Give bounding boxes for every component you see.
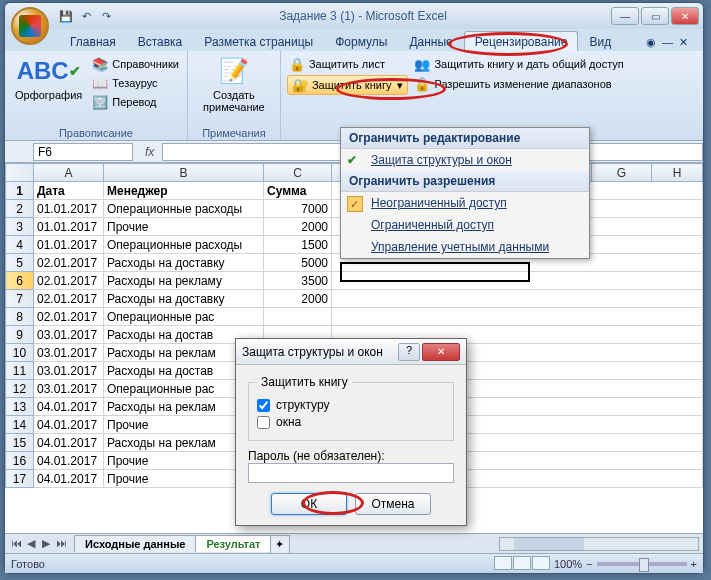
office-button[interactable] bbox=[11, 7, 49, 45]
unrestricted-access-item[interactable]: Неограниченный доступ bbox=[341, 192, 589, 214]
help-icon[interactable]: ◉ bbox=[646, 36, 656, 49]
cell[interactable]: Операционные расходы bbox=[104, 236, 264, 254]
tab-formulas[interactable]: Формулы bbox=[324, 31, 398, 51]
row-header[interactable]: 5 bbox=[6, 254, 34, 272]
tab-page-layout[interactable]: Разметка страницы bbox=[193, 31, 324, 51]
tab-insert[interactable]: Вставка bbox=[127, 31, 194, 51]
cell[interactable]: 04.01.2017 bbox=[34, 398, 104, 416]
protect-structure-item[interactable]: Защита структуры и окон bbox=[341, 149, 589, 171]
cell[interactable]: 02.01.2017 bbox=[34, 254, 104, 272]
cell[interactable]: 01.01.2017 bbox=[34, 236, 104, 254]
manage-credentials-item[interactable]: Управление учетными данными bbox=[341, 236, 589, 258]
windows-checkbox-label[interactable]: окна bbox=[257, 415, 445, 429]
sheet-tab-active[interactable]: Результат bbox=[195, 535, 271, 552]
cell[interactable]: 04.01.2017 bbox=[34, 416, 104, 434]
cell[interactable]: 03.01.2017 bbox=[34, 344, 104, 362]
normal-view-icon[interactable] bbox=[494, 556, 512, 570]
cell[interactable]: 02.01.2017 bbox=[34, 272, 104, 290]
structure-checkbox-label[interactable]: структуру bbox=[257, 398, 445, 412]
row-header[interactable]: 8 bbox=[6, 308, 34, 326]
cell[interactable]: Сумма bbox=[264, 182, 332, 200]
zoom-slider[interactable] bbox=[597, 562, 687, 566]
cell[interactable]: 02.01.2017 bbox=[34, 290, 104, 308]
row-header[interactable]: 11 bbox=[6, 362, 34, 380]
cell[interactable]: 04.01.2017 bbox=[34, 470, 104, 488]
row-header[interactable]: 6 bbox=[6, 272, 34, 290]
cell[interactable]: Прочие bbox=[104, 218, 264, 236]
thesaurus-button[interactable]: 📖Тезаурус bbox=[90, 74, 181, 92]
structure-checkbox[interactable] bbox=[257, 399, 270, 412]
cell[interactable]: 01.01.2017 bbox=[34, 218, 104, 236]
tab-data[interactable]: Данные bbox=[398, 31, 463, 51]
name-box[interactable]: F6 bbox=[33, 143, 133, 161]
zoom-level[interactable]: 100% bbox=[554, 558, 582, 570]
next-sheet-icon[interactable]: ▶ bbox=[39, 537, 53, 550]
row-header[interactable]: 7 bbox=[6, 290, 34, 308]
tab-home[interactable]: Главная bbox=[59, 31, 127, 51]
translate-button[interactable]: 🈳Перевод bbox=[90, 93, 181, 111]
column-header-G[interactable]: G bbox=[592, 164, 652, 182]
cancel-button[interactable]: Отмена bbox=[355, 493, 431, 515]
close-button[interactable]: ✕ bbox=[671, 7, 699, 25]
row-header[interactable]: 16 bbox=[6, 452, 34, 470]
cell[interactable]: Дата bbox=[34, 182, 104, 200]
row-header[interactable]: 17 bbox=[6, 470, 34, 488]
row-header[interactable]: 3 bbox=[6, 218, 34, 236]
cell[interactable] bbox=[332, 272, 703, 290]
row-header[interactable]: 1 bbox=[6, 182, 34, 200]
select-all-corner[interactable] bbox=[6, 164, 34, 182]
horizontal-scrollbar[interactable] bbox=[499, 537, 699, 551]
cell[interactable]: Менеджер bbox=[104, 182, 264, 200]
cell[interactable]: Операционные рас bbox=[104, 308, 264, 326]
cell[interactable]: 7000 bbox=[264, 200, 332, 218]
tab-view[interactable]: Вид bbox=[578, 31, 622, 51]
first-sheet-icon[interactable]: ⏮ bbox=[9, 537, 23, 550]
column-header-C[interactable]: C bbox=[264, 164, 332, 182]
column-header-A[interactable]: A bbox=[34, 164, 104, 182]
cell[interactable]: 01.01.2017 bbox=[34, 200, 104, 218]
save-icon[interactable]: 💾 bbox=[57, 7, 75, 25]
cell[interactable]: Операционные расходы bbox=[104, 200, 264, 218]
minimize-button[interactable]: — bbox=[611, 7, 639, 25]
cell[interactable]: 03.01.2017 bbox=[34, 362, 104, 380]
cell[interactable] bbox=[332, 308, 703, 326]
protect-workbook-button[interactable]: 🔐Защитить книгу▾ bbox=[287, 75, 409, 95]
row-header[interactable]: 13 bbox=[6, 398, 34, 416]
cell[interactable]: 1500 bbox=[264, 236, 332, 254]
cell[interactable]: 03.01.2017 bbox=[34, 380, 104, 398]
cell[interactable]: 2000 bbox=[264, 218, 332, 236]
cell[interactable]: 04.01.2017 bbox=[34, 434, 104, 452]
cell[interactable]: 02.01.2017 bbox=[34, 308, 104, 326]
dialog-titlebar[interactable]: Защита структуры и окон ? ✕ bbox=[236, 339, 466, 365]
cell[interactable] bbox=[264, 308, 332, 326]
ok-button[interactable]: ОК bbox=[271, 493, 347, 515]
last-sheet-icon[interactable]: ⏭ bbox=[54, 537, 68, 550]
cell[interactable]: 2000 bbox=[264, 290, 332, 308]
dialog-close-button[interactable]: ✕ bbox=[422, 343, 460, 361]
maximize-button[interactable]: ▭ bbox=[641, 7, 669, 25]
new-sheet-icon[interactable]: ✦ bbox=[270, 535, 290, 553]
column-header-H[interactable]: H bbox=[652, 164, 703, 182]
cell[interactable]: 3500 bbox=[264, 272, 332, 290]
cell[interactable]: 5000 bbox=[264, 254, 332, 272]
ribbon-minimize-icon[interactable]: — bbox=[662, 36, 673, 49]
cell[interactable]: Расходы на доставку bbox=[104, 254, 264, 272]
protect-sheet-button[interactable]: 🔒Защитить лист bbox=[287, 55, 409, 73]
undo-icon[interactable]: ↶ bbox=[77, 7, 95, 25]
row-header[interactable]: 9 bbox=[6, 326, 34, 344]
row-header[interactable]: 14 bbox=[6, 416, 34, 434]
page-break-view-icon[interactable] bbox=[532, 556, 550, 570]
password-input[interactable] bbox=[248, 463, 454, 483]
row-header[interactable]: 10 bbox=[6, 344, 34, 362]
workbook-close-icon[interactable]: ✕ bbox=[679, 36, 688, 49]
windows-checkbox[interactable] bbox=[257, 416, 270, 429]
zoom-in-icon[interactable]: + bbox=[691, 558, 697, 570]
allow-ranges-button[interactable]: 🔓Разрешить изменение диапазонов bbox=[412, 75, 625, 93]
redo-icon[interactable]: ↷ bbox=[97, 7, 115, 25]
new-comment-button[interactable]: 📝 Создать примечание bbox=[194, 53, 274, 126]
references-button[interactable]: 📚Справочники bbox=[90, 55, 181, 73]
page-layout-view-icon[interactable] bbox=[513, 556, 531, 570]
cell[interactable]: Расходы на доставку bbox=[104, 290, 264, 308]
sheet-tab[interactable]: Исходные данные bbox=[74, 535, 196, 552]
dialog-help-button[interactable]: ? bbox=[398, 343, 420, 361]
